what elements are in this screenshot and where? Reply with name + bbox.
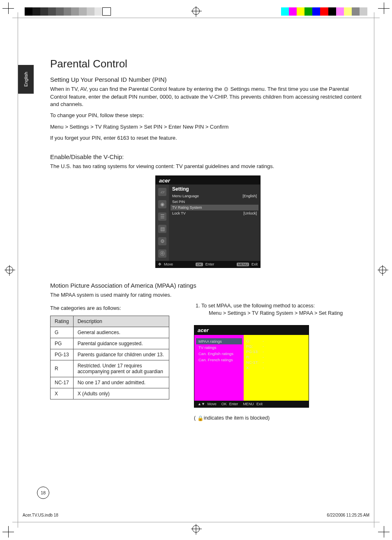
ok-badge: OK: [221, 402, 227, 406]
lock-icon: 🔒: [197, 415, 204, 421]
gear-icon: ⚙: [158, 237, 166, 245]
page-title: Parental Control: [50, 58, 366, 70]
mpaa-ratings-table: Rating Description GGeneral audiences.PG…: [50, 316, 169, 399]
menu-badge: MENU: [243, 402, 254, 406]
body-text: When in TV, AV, you can find the Parenta…: [50, 85, 366, 108]
osd-rating-row: X:-: [246, 365, 306, 370]
osd-menu-item: Lock TV[Unlock]: [172, 210, 257, 216]
body-text: If you forget your PIN, enter 6163 to re…: [50, 134, 366, 142]
osd-menu-item: Menu Language[English]: [172, 193, 257, 199]
language-tab: English: [18, 65, 34, 94]
table-header: Description: [73, 316, 169, 327]
osd-screenshot-mpaa: acer MPAA ratingsTV ratingsCan. English …: [194, 325, 309, 408]
body-text: The categories are as follows:: [50, 305, 173, 312]
menu-badge: MENU: [237, 263, 249, 266]
doc-date-label: 6/22/2006 11:25:25 AM: [327, 513, 369, 517]
footer-label: Enter: [229, 402, 238, 406]
grayscale-bar: [25, 7, 111, 16]
registration-mark-icon: [192, 525, 200, 533]
footer-label: Move: [208, 402, 217, 406]
osd-screenshot-settings: acer ▱ ◉ ☰ ▤ ⚙ ⓔ Setting Menu Language[E…: [155, 175, 261, 268]
osd-rating-row: PG:-: [246, 344, 306, 349]
osd-rating-row: PG-13:-: [246, 349, 306, 354]
osd-menu-item: Can. French ratings: [198, 357, 240, 363]
table-row: RRestricted. Under 17 requires accompany…: [51, 360, 169, 377]
table-row: PGParental guidance suggested.: [51, 338, 169, 349]
gear-icon: ⚙: [224, 85, 229, 93]
note-text: ( 🔒indicates the item is blocked): [194, 415, 366, 421]
section-heading-mpaa: Motion Picture Association of America (M…: [50, 282, 366, 289]
osd-rating-row: G:-: [246, 338, 306, 344]
osd-rating-row: NC-17:-: [246, 360, 306, 365]
table-row: PG-13Parents guidance for children under…: [51, 349, 169, 360]
nav-arrows-icon: ▲▼: [198, 402, 205, 406]
empowering-icon: ⓔ: [158, 249, 166, 258]
table-row: GGeneral audiences.: [51, 327, 169, 338]
osd-rating-row: R:-: [246, 354, 306, 360]
footer-label: Move: [164, 262, 173, 266]
osd-menu-item: Can. English ratings: [198, 351, 240, 357]
page-number: 18: [37, 487, 49, 499]
section-heading-pin: Setting Up Your Personal ID Number (PIN): [50, 76, 366, 83]
osd-menu-item: TV Rating System: [171, 205, 258, 210]
menu-path: Menu > Settings > TV Rating System > Set…: [50, 123, 366, 131]
audio-icon: ◉: [158, 200, 166, 208]
registration-mark-icon: [192, 7, 200, 15]
osd-menu-item: Set PIN: [172, 199, 257, 205]
body-text: The U.S. has two rating systems for view…: [50, 163, 366, 170]
osd-menu-item: MPAA ratings: [196, 338, 242, 344]
footer-label: Exit: [251, 262, 258, 266]
options-icon: ▤: [158, 225, 166, 233]
ok-badge: OK: [196, 263, 203, 266]
brand-logo: acer: [156, 176, 260, 185]
doc-file-label: Acer.TV.US.indb 18: [23, 513, 58, 517]
footer-label: Exit: [256, 402, 263, 406]
body-text: To change your PIN, follow these steps:: [50, 112, 366, 119]
step-item: To set MPAA, use the following method to…: [201, 303, 366, 316]
footer-label: Enter: [205, 262, 214, 266]
color-bar: [281, 7, 367, 16]
channel-icon: ☰: [158, 212, 166, 221]
brand-logo: acer: [194, 325, 309, 335]
table-row: XX (Adults only): [51, 388, 169, 399]
body-text: The MPAA system is used mainly for ratin…: [50, 291, 366, 299]
registration-mark-icon: [6, 266, 13, 274]
picture-icon: ▱: [158, 188, 166, 196]
menu-path: Menu > Settings > TV Rating System > MPA…: [209, 310, 366, 316]
table-row: NC-17No one 17 and under admitted.: [51, 377, 169, 388]
osd-menu-item: TV ratings: [198, 344, 240, 351]
section-heading-vchip: Enable/Disable the V-Chip:: [50, 153, 366, 160]
nav-arrows-icon: ✥: [158, 262, 161, 266]
osd-title: Setting: [172, 186, 257, 192]
table-header: Rating: [51, 316, 74, 327]
registration-mark-icon: [379, 266, 386, 274]
